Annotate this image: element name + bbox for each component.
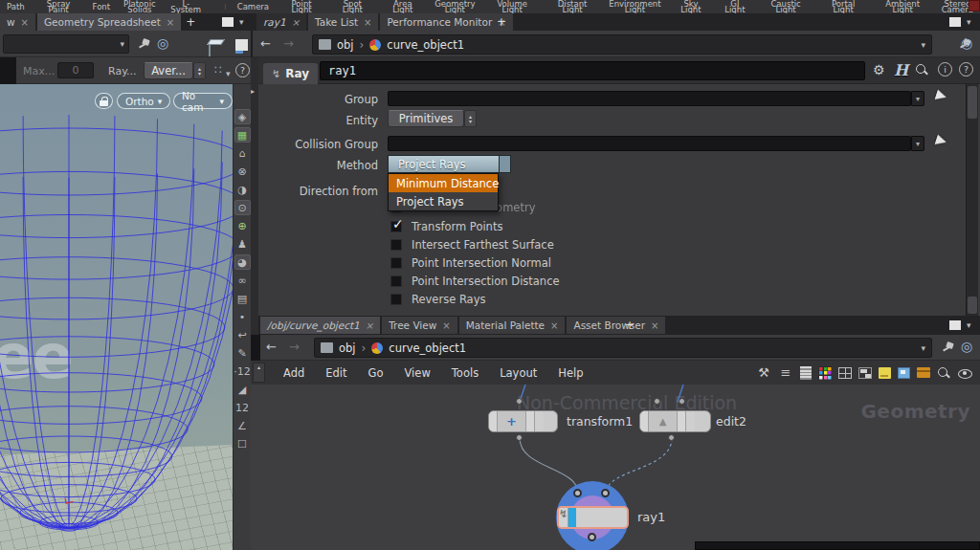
- shelf-overflow-indicator[interactable]: [969, 0, 980, 11]
- menu-item[interactable]: Tools: [441, 366, 489, 380]
- visibility[interactable]: [957, 367, 972, 379]
- select-mode[interactable]: ◈: [234, 109, 251, 124]
- headlight-only[interactable]: ◑: [234, 182, 251, 197]
- network-box[interactable]: [917, 367, 930, 378]
- parameter-checkbox-row[interactable]: ✓ Point Intersection Distance: [390, 274, 560, 289]
- pane-menu-icon[interactable]: [222, 17, 234, 27]
- ray-node[interactable]: ↯: [557, 506, 629, 529]
- shelf-tool[interactable]: Sky Light: [668, 1, 715, 13]
- menu-item[interactable]: Edit: [315, 366, 357, 380]
- handles-tool[interactable]: ☐: [234, 436, 251, 451]
- node-label[interactable]: ray1: [637, 510, 665, 524]
- shelf-tool[interactable]: Portal Light: [816, 1, 871, 13]
- network-path-field[interactable]: obj › curve_object1 ▾: [312, 34, 932, 55]
- prim-numbers[interactable]: 12: [234, 400, 251, 415]
- display-flag[interactable]: [568, 508, 576, 527]
- back-button[interactable]: ←: [266, 340, 277, 354]
- display-option-icon[interactable]: [235, 39, 248, 51]
- pane-tab[interactable]: Take List ×: [308, 13, 378, 31]
- checkbox[interactable]: ✓: [390, 275, 402, 287]
- node-output-connector[interactable]: [588, 533, 596, 541]
- background-image[interactable]: [898, 367, 910, 379]
- chevron-down-icon[interactable]: ▾: [921, 40, 925, 50]
- organize-nodes[interactable]: [858, 367, 872, 379]
- show-points[interactable]: •: [234, 309, 251, 324]
- hook-tool[interactable]: ↩: [234, 327, 251, 342]
- shading-mode[interactable]: ◕: [234, 254, 251, 270]
- close-icon[interactable]: ×: [292, 17, 300, 28]
- transform-node[interactable]: +: [488, 410, 558, 432]
- follow-selection-icon[interactable]: ◎: [961, 339, 972, 354]
- shelf-tool[interactable]: Spray Paint: [32, 1, 86, 13]
- angle-tool[interactable]: ∠: [234, 418, 251, 433]
- shelf-tool[interactable]: Geometry Light: [428, 1, 481, 13]
- node-label[interactable]: edit2: [716, 414, 746, 429]
- new-tab-button[interactable]: +: [622, 317, 637, 334]
- follow-selection-icon[interactable]: ◎: [961, 35, 972, 51]
- point-normals[interactable]: ◢: [234, 382, 251, 397]
- menu-item[interactable]: Layout: [489, 366, 547, 380]
- parameter-checkbox-row[interactable]: ✓ Point Intersection Normal: [390, 255, 551, 271]
- breadcrumb-root[interactable]: obj: [337, 38, 354, 52]
- snapping[interactable]: ▦: [234, 127, 251, 143]
- find-node[interactable]: [937, 366, 950, 380]
- group-field[interactable]: [388, 91, 911, 106]
- checkbox[interactable]: ✓: [390, 294, 402, 305]
- average-dropdown[interactable]: Aver...: [144, 62, 193, 79]
- group-dropdown[interactable]: ▾: [911, 91, 924, 106]
- menu-item-minimum-distance[interactable]: Minimum Distance: [389, 174, 498, 192]
- menu-item[interactable]: View: [394, 366, 441, 380]
- node-input-connector[interactable]: [601, 489, 610, 497]
- spinner-control[interactable]: ▴▾: [193, 62, 206, 79]
- shelf-tool[interactable]: Point Light: [276, 1, 327, 13]
- shelf-tool[interactable]: GI Light: [714, 1, 755, 13]
- menu-item[interactable]: Go: [358, 366, 394, 380]
- lock[interactable]: ⌂: [234, 145, 251, 161]
- shelf-tool[interactable]: Caustic Light: [756, 1, 816, 13]
- group-select-arrow-icon[interactable]: [935, 90, 948, 103]
- scene-viewport[interactable]: ee Ortho ▾ No cam ▾: [0, 84, 233, 550]
- network-tools[interactable]: ⚒: [756, 365, 771, 380]
- menu-item-project-rays[interactable]: Project Rays: [389, 192, 498, 210]
- shelf-tool[interactable]: Platonic Solids: [117, 1, 163, 13]
- checkbox[interactable]: ✓: [390, 221, 402, 232]
- help-icon[interactable]: ?: [235, 63, 250, 77]
- color-palette[interactable]: [818, 366, 832, 380]
- entity-dropdown[interactable]: Primitives: [388, 110, 464, 127]
- method-dropdown-cap[interactable]: [500, 155, 511, 173]
- parameter-checkbox-row[interactable]: ✓ Intersect Farthest Surface: [390, 237, 554, 253]
- checkbox[interactable]: ✓: [390, 257, 402, 269]
- houdini-logo[interactable]: H: [894, 61, 908, 79]
- chevron-down-icon[interactable]: ▾: [226, 69, 231, 78]
- help-icon[interactable]: ?: [959, 62, 973, 77]
- columns-icon[interactable]: ∷: [214, 63, 222, 77]
- method-dropdown[interactable]: Project Rays: [388, 155, 500, 173]
- shelf-tool[interactable]: Path: [0, 4, 32, 11]
- scrollbar-thumb[interactable]: [968, 86, 977, 119]
- collision-select-arrow-icon[interactable]: [935, 135, 948, 148]
- node-connector[interactable]: [668, 434, 675, 441]
- close-icon[interactable]: ×: [442, 320, 450, 331]
- camera-lock-button[interactable]: [95, 93, 113, 109]
- pane-menu-icon[interactable]: [949, 320, 961, 330]
- pane-tab[interactable]: /obj/curve_object1 ×: [260, 317, 380, 334]
- point-numbers[interactable]: ·12: [234, 363, 251, 379]
- shelf-tool[interactable]: Font: [86, 4, 118, 11]
- collision-group-field[interactable]: [388, 136, 911, 151]
- network-editor-canvas[interactable]: Non-Commercial Edition Geometry + transf…: [251, 385, 980, 550]
- pane-tab[interactable]: Asset Browser ×: [567, 317, 665, 334]
- checkbox[interactable]: ✓: [390, 239, 402, 251]
- collision-dropdown[interactable]: ▾: [911, 136, 924, 151]
- pane-tab[interactable]: Performance Monitor ×: [380, 13, 512, 31]
- close-icon[interactable]: ×: [366, 320, 373, 331]
- close-icon[interactable]: ×: [21, 17, 29, 28]
- chevron-down-icon[interactable]: ▾: [921, 343, 925, 353]
- shelf-tool[interactable]: Spot Light: [327, 1, 377, 13]
- info-icon[interactable]: i: [938, 62, 952, 77]
- node-type-chip[interactable]: ↯ Ray: [263, 63, 318, 84]
- entity-spinner[interactable]: ▴▾: [464, 110, 477, 127]
- geometry-display-icon[interactable]: [209, 42, 211, 56]
- node-connector[interactable]: [516, 434, 523, 441]
- forward-button[interactable]: →: [283, 36, 294, 51]
- pane-tab[interactable]: Tree View ×: [382, 317, 457, 334]
